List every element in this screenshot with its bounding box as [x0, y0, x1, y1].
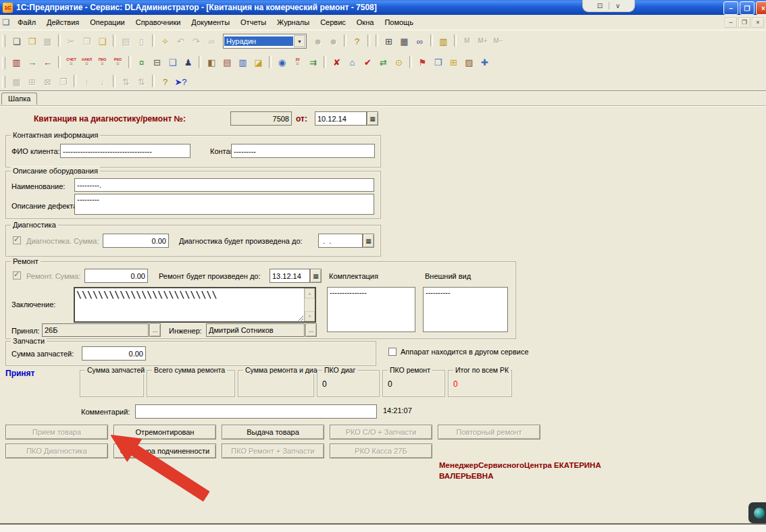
mdi-close-button[interactable]: ×: [752, 18, 764, 28]
cut-icon[interactable]: ✂: [64, 34, 78, 48]
toolbar-grip[interactable]: [2, 76, 5, 88]
fullscreen-icon[interactable]: ⊡: [597, 2, 603, 9]
notebook-icon[interactable]: ▥: [236, 56, 250, 70]
transfer-doc-icon[interactable]: ❒: [431, 56, 445, 70]
sort-desc-icon[interactable]: ⇅: [134, 75, 149, 88]
chevron-down-icon[interactable]: ∨: [615, 2, 620, 9]
rko-doc-icon[interactable]: РКО: [111, 56, 125, 70]
capture-overlay[interactable]: ⊡ ∨: [582, 0, 635, 12]
receipt-date-field[interactable]: [315, 111, 367, 126]
menu-actions[interactable]: Действия: [41, 16, 84, 28]
invoice-icon[interactable]: ❑: [165, 56, 180, 70]
outgoing-doc-icon[interactable]: ←: [41, 56, 55, 70]
schet-doc-icon[interactable]: СЧЕТ: [64, 56, 78, 70]
fio-field[interactable]: [60, 144, 190, 158]
grid-add-row-icon[interactable]: ⊞: [25, 75, 39, 88]
report-chart-icon[interactable]: ◪: [251, 56, 265, 70]
accepted-select-button[interactable]: ...: [149, 323, 161, 337]
quick-user-combo[interactable]: Нурадин ▼: [223, 34, 307, 49]
repair-sum-field[interactable]: [84, 269, 148, 283]
copy-icon[interactable]: ❐: [80, 34, 94, 48]
repair-date-field[interactable]: [270, 269, 310, 283]
help-topics-icon[interactable]: ?: [158, 75, 172, 88]
cancel-doc-icon[interactable]: ✘: [330, 56, 344, 70]
grid-copy-row-icon[interactable]: ❐: [56, 75, 70, 88]
engineer-select-button[interactable]: ...: [305, 323, 317, 337]
open-folder-icon[interactable]: ❒: [25, 34, 39, 48]
exit-session-icon[interactable]: ✧: [158, 34, 172, 48]
conclusion-field[interactable]: \\\\\\\\\\\\\\\\\\\\\\\\\\: [75, 288, 304, 321]
mdi-minimize-button[interactable]: –: [725, 18, 737, 28]
find-icon[interactable]: ∞: [205, 34, 219, 48]
paste-icon[interactable]: ❑: [95, 34, 109, 48]
calendar-button[interactable]: ▦: [310, 269, 322, 283]
move-down-icon[interactable]: ↓: [95, 75, 109, 88]
menu-documents[interactable]: Документы: [186, 16, 235, 28]
flag-doc-icon[interactable]: ⚑: [415, 56, 430, 70]
picture-icon[interactable]: ▨: [462, 56, 476, 70]
save-icon[interactable]: ▦: [41, 34, 55, 48]
appearance-field[interactable]: ----------: [423, 287, 508, 332]
button-pko-diagnostika[interactable]: ПКО Диагностика: [5, 444, 108, 458]
minimize-button[interactable]: –: [723, 1, 738, 15]
pko-doc-icon[interactable]: ПКО: [95, 56, 109, 70]
grid-delete-row-icon[interactable]: ⊠: [41, 75, 55, 88]
memory-recall-icon[interactable]: M: [460, 34, 474, 48]
button-priem-tovara[interactable]: Прием товара: [5, 425, 108, 440]
calendar-icon[interactable]: ▦: [397, 34, 411, 48]
comment-field[interactable]: [135, 404, 377, 419]
user-delete-icon[interactable]: ☻: [326, 34, 340, 48]
incoming-doc-icon[interactable]: →: [25, 56, 39, 70]
diagnostics-date-field[interactable]: [318, 234, 363, 248]
context-help-icon[interactable]: ➤?: [174, 75, 188, 88]
restore-button[interactable]: ❐: [740, 1, 755, 15]
accepted-by-field[interactable]: [42, 323, 149, 337]
menu-windows[interactable]: Окна: [351, 16, 380, 28]
move-up-icon[interactable]: ↑: [80, 75, 94, 88]
globe-exchange-icon[interactable]: ◉: [275, 56, 289, 70]
user-edit-icon[interactable]: ☻: [311, 34, 325, 48]
calculator-icon[interactable]: ⊞: [382, 34, 396, 48]
nakl-doc-icon[interactable]: НАКЛ: [80, 56, 94, 70]
sort-asc-icon[interactable]: ⇅: [119, 75, 133, 88]
folder-add-icon[interactable]: ⊞: [446, 56, 461, 70]
recording-overlay[interactable]: [748, 502, 766, 523]
menu-journals[interactable]: Журналы: [272, 16, 315, 28]
grid-icon[interactable]: ▦: [9, 75, 24, 88]
calendar-day-icon[interactable]: 20: [290, 56, 305, 70]
button-otremontirovan[interactable]: Отремонтирован: [113, 425, 216, 440]
close-button[interactable]: ×: [756, 1, 766, 15]
scroll-up-button[interactable]: ▲: [305, 288, 315, 298]
defect-field[interactable]: ---------: [74, 194, 374, 215]
redo-icon[interactable]: ↷: [189, 34, 203, 48]
menu-help[interactable]: Помощь: [379, 16, 419, 28]
engineer-field[interactable]: [206, 323, 305, 337]
button-vydacha-tovara[interactable]: Выдача товара: [222, 425, 324, 440]
fiscal-printer-icon[interactable]: ▤: [220, 56, 234, 70]
memory-plus-icon[interactable]: M+: [476, 34, 490, 48]
route-arrows-icon[interactable]: ⇄: [376, 56, 390, 70]
money-bag-icon[interactable]: ¤: [134, 56, 149, 70]
button-pko-remont-zapchasti[interactable]: ПКО Ремонт + Запчасти: [222, 444, 324, 458]
cash-register-icon[interactable]: ⊟: [150, 56, 164, 70]
workplace-icon[interactable]: ⌂: [345, 56, 359, 70]
reference-books-icon[interactable]: ▥: [9, 56, 24, 70]
new-doc-icon[interactable]: ❏: [9, 34, 24, 48]
print-icon[interactable]: ▤: [119, 34, 133, 48]
calendar-button[interactable]: ▦: [363, 234, 374, 248]
partners-icon[interactable]: ♟: [181, 56, 195, 70]
parts-sum-field[interactable]: [82, 346, 146, 361]
dropdown-arrow-icon[interactable]: ▼: [294, 35, 305, 47]
menu-references[interactable]: Справочники: [130, 16, 186, 28]
glasses-icon[interactable]: ∞: [413, 34, 427, 48]
print-preview-icon[interactable]: ▯: [134, 34, 149, 48]
button-rko-so-zapchasti[interactable]: РКО С/О + Запчасти: [330, 425, 432, 440]
button-rko-kassa-27b[interactable]: РКО Касса 27Б: [330, 444, 432, 458]
menu-service[interactable]: Сервис: [315, 16, 351, 28]
mdi-restore-button[interactable]: ❐: [738, 18, 750, 28]
book-icon[interactable]: ▥: [436, 34, 451, 48]
diagnostics-sum-field[interactable]: [103, 234, 169, 248]
wallet-icon[interactable]: ◧: [205, 56, 219, 70]
receipt-number-field[interactable]: [230, 111, 292, 126]
button-povtorny-remont[interactable]: Повторный ремонт: [438, 425, 540, 440]
